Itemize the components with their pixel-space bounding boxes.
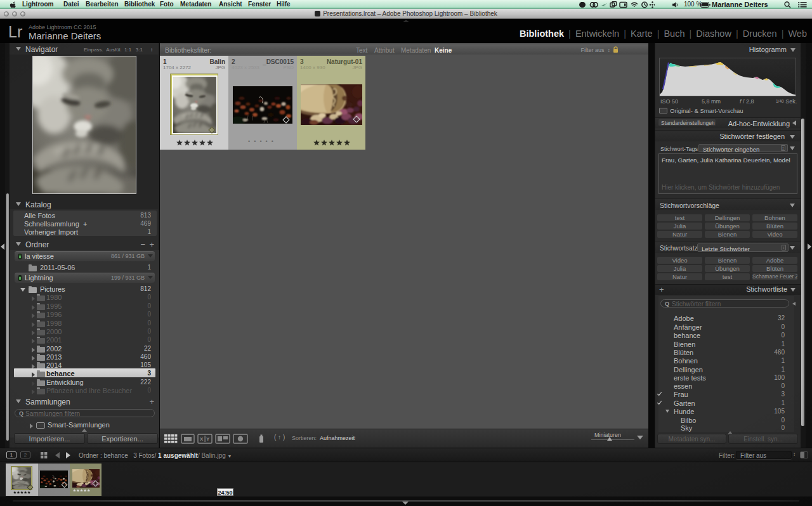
svg-text:Y: Y bbox=[206, 436, 210, 442]
svg-text:X: X bbox=[200, 436, 204, 442]
